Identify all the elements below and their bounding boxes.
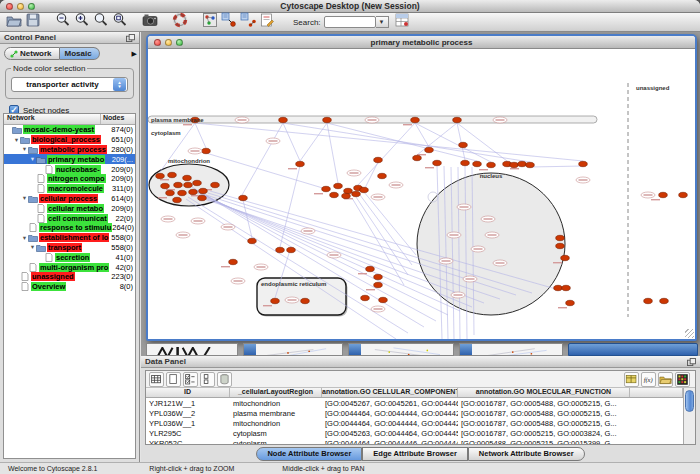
disclosure-triangle-icon[interactable]: ▼ [21, 146, 28, 152]
graph-node[interactable] [379, 297, 388, 302]
graph-node[interactable] [248, 238, 257, 243]
graph-node[interactable] [301, 298, 310, 303]
tab-network-attribute-browser[interactable]: Network Attribute Browser [468, 447, 585, 461]
column-header[interactable]: annotation.GO CELLULAR_COMPONENT [322, 388, 458, 397]
table-row[interactable]: YJR121W__1mitochondrion[GO:0045267, GO:0… [146, 398, 683, 408]
node-color-dropdown[interactable]: transporter activity ▲▼ [11, 77, 128, 92]
graph-node[interactable] [526, 162, 535, 167]
graph-node[interactable] [360, 187, 369, 192]
dp-folder-icon[interactable] [658, 372, 673, 387]
tree-item[interactable]: cellular metabo209(0) [4, 203, 135, 213]
tree-item[interactable]: nitrogen compo209(0) [4, 174, 135, 184]
tree-item[interactable]: ▼transport558(0) [4, 243, 135, 253]
table-row[interactable]: YPL036W__1mitochondrion[GO:0044464, GO:0… [146, 418, 683, 428]
graph-node[interactable] [425, 147, 434, 152]
column-header[interactable]: _cellularLayoutRegion [230, 388, 322, 397]
annotation-icon[interactable] [259, 12, 275, 28]
disclosure-triangle-icon[interactable]: ▼ [21, 195, 28, 201]
disclosure-triangle-icon[interactable]: ▼ [29, 244, 36, 250]
dp-trash-icon[interactable] [217, 372, 232, 387]
tree-item[interactable]: ▼cellular process614(0) [4, 194, 135, 204]
tree-item[interactable]: multi-organism pro42(0) [4, 262, 135, 272]
zoom-in-icon[interactable] [74, 12, 90, 28]
graph-node[interactable] [459, 142, 468, 147]
graph-node[interactable] [202, 148, 211, 153]
attr-browser-icon[interactable] [394, 12, 410, 28]
tree-item[interactable]: cell communicat22(0) [4, 213, 135, 223]
graph-node[interactable] [433, 160, 442, 165]
tree-item[interactable]: nucleobase-209(0) [4, 164, 135, 174]
graph-node[interactable] [211, 182, 220, 187]
search-dropdown-button[interactable]: ▼ [376, 16, 389, 28]
graph-node[interactable] [366, 266, 375, 271]
dp-check-icon[interactable] [183, 372, 198, 387]
graph-node[interactable] [189, 189, 198, 194]
tree-header-network[interactable]: Network [4, 114, 101, 124]
graph-node[interactable] [411, 117, 420, 122]
graph-node[interactable] [323, 117, 332, 122]
resize-grip[interactable] [685, 329, 694, 338]
graph-node[interactable] [461, 160, 470, 165]
graph-node[interactable] [330, 192, 339, 197]
mapper-node-icon[interactable] [221, 12, 237, 28]
graph-node[interactable] [453, 117, 462, 122]
column-header[interactable]: ID [146, 388, 230, 397]
tab-edge-attribute-browser[interactable]: Edge Attribute Browser [362, 447, 467, 461]
minimized-window[interactable] [348, 343, 454, 356]
open-folder-icon[interactable] [6, 12, 22, 28]
camera-icon[interactable] [142, 12, 158, 28]
graph-node[interactable] [562, 285, 571, 290]
graph-node[interactable] [579, 161, 588, 166]
graph-node[interactable] [322, 186, 331, 191]
graph-node[interactable] [487, 162, 496, 167]
minimized-window[interactable] [459, 343, 563, 356]
graph-node[interactable] [279, 117, 288, 122]
tree-item[interactable]: unassigned223(0) [4, 272, 135, 282]
table-scrollbar[interactable] [683, 388, 695, 444]
network-window-titlebar[interactable]: primary metabolic process [148, 36, 695, 49]
table-row[interactable]: YKR052Ccytoplasm[GO:0044464, GO:0044446,… [146, 438, 683, 444]
dp-grid-icon[interactable] [149, 372, 164, 387]
zoom-fit-icon[interactable] [93, 12, 109, 28]
graph-node[interactable] [413, 155, 422, 160]
float-panel-icon[interactable] [687, 358, 696, 366]
tree-item[interactable]: response to stimulu264(0) [4, 223, 135, 233]
graph-node[interactable] [556, 235, 565, 240]
graph-node[interactable] [229, 259, 238, 264]
disclosure-triangle-icon[interactable]: ▼ [13, 137, 20, 143]
mapper-edge-icon[interactable] [240, 12, 256, 28]
table-row[interactable]: YPL036W__2plasma membrane[GO:0044464, GO… [146, 408, 683, 418]
vizmap-icon[interactable] [202, 12, 218, 28]
dp-cols-icon[interactable] [200, 372, 215, 387]
graph-node[interactable] [174, 182, 183, 187]
zoom-sel-icon[interactable] [112, 12, 128, 28]
tab-node-attribute-browser[interactable]: Node Attribute Browser [256, 447, 362, 461]
dp-attr-icon[interactable] [624, 372, 639, 387]
save-icon[interactable] [25, 12, 41, 28]
graph-node[interactable] [644, 298, 653, 303]
help-icon[interactable] [172, 12, 188, 28]
dp-heatmap-icon[interactable] [675, 372, 690, 387]
tab-overflow-arrow[interactable]: ▶ [132, 50, 137, 58]
tree-item[interactable]: Overview8(0) [4, 282, 135, 292]
graph-node[interactable] [296, 161, 305, 166]
tree-header-nodes[interactable]: Nodes [101, 114, 135, 124]
tree-item[interactable]: macromolecule311(0) [4, 184, 135, 194]
graph-node[interactable] [660, 298, 669, 303]
column-header[interactable]: annotation.GO MOLECULAR_FUNCTION [458, 388, 630, 397]
graph-node[interactable] [198, 195, 207, 200]
graph-node[interactable] [334, 183, 343, 188]
graph-node[interactable] [473, 161, 482, 166]
graph-node[interactable] [556, 243, 565, 248]
graph-node[interactable] [156, 173, 165, 178]
graph-node[interactable] [566, 300, 575, 305]
graph-node[interactable] [374, 157, 383, 162]
tree-item[interactable]: ▼metabolic process280(0) [4, 145, 135, 155]
tree-item[interactable]: ▼primary metabo209(... [4, 154, 135, 164]
graph-node[interactable] [276, 247, 285, 252]
graph-node[interactable] [173, 197, 182, 202]
tree-item[interactable]: mosaic-demo-yeast874(0) [4, 125, 135, 135]
graph-node[interactable] [679, 192, 688, 197]
network-view-window[interactable]: primary metabolic process plasma membran… [146, 34, 697, 341]
graph-node[interactable] [287, 247, 296, 252]
